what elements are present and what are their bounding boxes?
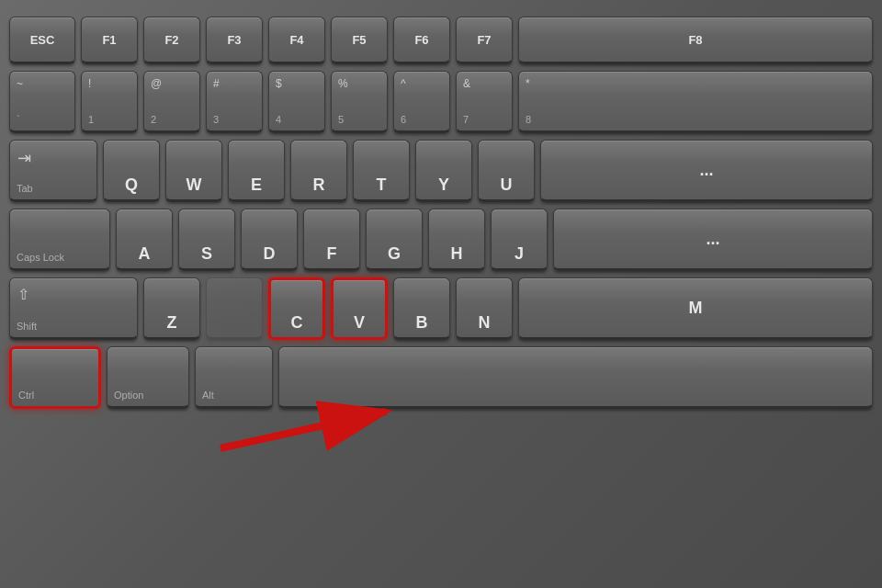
key-tab[interactable]: ⇥ Tab (9, 140, 97, 202)
key-b[interactable]: B (393, 277, 450, 340)
key-8[interactable]: * 8 (518, 71, 873, 133)
key-j[interactable]: J (491, 209, 548, 271)
key-f2[interactable]: F2 (143, 17, 200, 64)
key-x[interactable] (206, 277, 263, 340)
key-tilde[interactable]: ~ ` (9, 71, 75, 133)
key-a[interactable]: A (116, 209, 173, 271)
key-c[interactable]: C (268, 277, 325, 340)
key-f1[interactable]: F1 (81, 17, 138, 64)
key-e[interactable]: E (228, 140, 285, 202)
key-f5[interactable]: F5 (331, 17, 388, 64)
key-4[interactable]: $ 4 (268, 71, 325, 133)
function-row: ESC F1 F2 F3 F4 F5 F6 F7 F8 (9, 17, 873, 64)
qwerty-row: ⇥ Tab Q W E R T Y U ... (9, 140, 873, 202)
key-y[interactable]: Y (415, 140, 472, 202)
key-m[interactable]: M (518, 277, 873, 340)
number-row: ~ ` ! 1 @ 2 # 3 $ 4 % 5 ^ 6 & 7 (9, 71, 873, 133)
key-g[interactable]: G (366, 209, 423, 271)
key-h[interactable]: H (428, 209, 485, 271)
key-caps-lock[interactable]: Caps Lock (9, 209, 110, 271)
key-v[interactable]: V (331, 277, 388, 340)
key-esc[interactable]: ESC (9, 17, 75, 64)
key-s[interactable]: S (178, 209, 235, 271)
key-alt[interactable]: Alt (195, 346, 273, 409)
keyboard: ESC F1 F2 F3 F4 F5 F6 F7 F8 ~ ` (0, 0, 882, 588)
key-f6[interactable]: F6 (393, 17, 450, 64)
key-6[interactable]: ^ 6 (393, 71, 450, 133)
key-2[interactable]: @ 2 (143, 71, 200, 133)
key-d[interactable]: D (241, 209, 298, 271)
key-t[interactable]: T (353, 140, 410, 202)
key-3[interactable]: # 3 (206, 71, 263, 133)
bottom-row: Ctrl Option Alt (9, 346, 873, 409)
key-f8[interactable]: F8 (518, 17, 873, 64)
key-f[interactable]: F (303, 209, 360, 271)
key-n[interactable]: N (456, 277, 513, 340)
key-option[interactable]: Option (107, 346, 189, 409)
key-q[interactable]: Q (103, 140, 160, 202)
key-7[interactable]: & 7 (456, 71, 513, 133)
key-5[interactable]: % 5 (331, 71, 388, 133)
key-f4[interactable]: F4 (268, 17, 325, 64)
key-r[interactable]: R (290, 140, 347, 202)
asdf-row: Caps Lock A S D F G H J ... (9, 209, 873, 271)
key-z[interactable]: Z (143, 277, 200, 340)
key-k[interactable]: ... (553, 209, 873, 271)
key-i[interactable]: ... (540, 140, 873, 202)
key-1[interactable]: ! 1 (81, 71, 138, 133)
svg-line-1 (220, 412, 386, 448)
key-shift-left[interactable]: ⇧ Shift (9, 277, 138, 340)
zxcv-row: ⇧ Shift Z C V B N M (9, 277, 873, 340)
key-ctrl[interactable]: Ctrl (9, 346, 101, 409)
key-f7[interactable]: F7 (456, 17, 513, 64)
key-space[interactable] (278, 346, 873, 409)
key-f3[interactable]: F3 (206, 17, 263, 64)
key-w[interactable]: W (165, 140, 222, 202)
key-u[interactable]: U (478, 140, 535, 202)
